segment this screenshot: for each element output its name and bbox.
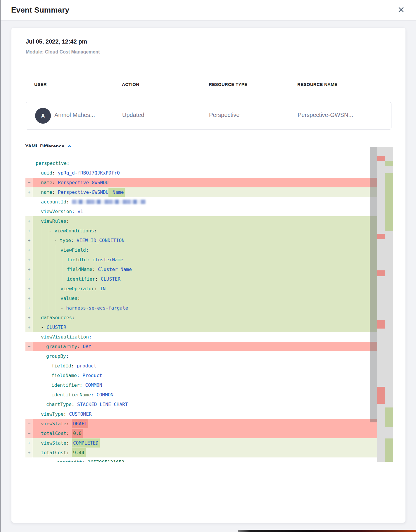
diff-line-sign: + [25, 322, 33, 332]
yaml-value-changed: COMPLETED [72, 438, 100, 448]
diff-line: groupBy: [25, 351, 377, 361]
diff-line-code: chartType: STACKED_LINE_CHART [33, 400, 377, 409]
yaml-colon: : [52, 180, 58, 185]
diff-line: identifier: COMMON [25, 380, 377, 390]
yaml-colon: : [66, 431, 72, 436]
diff-line: −granularity: DAY [25, 342, 377, 351]
diff-line-sign [25, 390, 33, 400]
yaml-value: 1657005121653 [88, 460, 124, 462]
diff-line-code: uuid: ypRq_d-fRBOJ7QJKxPDfrQ [33, 168, 377, 178]
diff-line: +- CLUSTER [25, 322, 377, 332]
diff-line: +values: [25, 293, 377, 303]
row-action: Updated [122, 112, 144, 118]
yaml-colon: : [77, 296, 83, 301]
diff-line-code: name: Perspective-GWSNDU_Name [33, 187, 377, 197]
diff-line-code: viewType: CUSTOMER [33, 409, 377, 419]
yaml-value: IN [100, 286, 106, 291]
avatar: A [35, 108, 51, 124]
yaml-value: clusterName [92, 257, 123, 262]
diff-line-code: - viewConditions: [33, 226, 377, 236]
diff-line-code: viewVersion: v1 [33, 207, 377, 216]
yaml-colon: : [77, 344, 83, 349]
diff-line-sign [25, 158, 33, 168]
minimap-added-mark [385, 407, 393, 427]
diff-line-sign [25, 400, 33, 409]
row-resource-name: Perspective-GWSN... [298, 112, 353, 118]
yaml-dash: - [54, 238, 60, 243]
diff-line: viewVisualization: [25, 332, 377, 342]
diff-minimap[interactable] [377, 147, 393, 462]
diff-line: accountId: [25, 197, 377, 207]
yaml-colon: : [66, 450, 72, 455]
diff-line-code: values: [33, 293, 377, 303]
diff-line: uuid: ypRq_d-fRBOJ7QJKxPDfrQ [25, 168, 377, 178]
yaml-value: harness-se-ecs-fargate [66, 305, 128, 311]
yaml-value: COMMON [85, 382, 102, 388]
yaml-colon: : [71, 238, 77, 243]
diff-line-code: fieldId: product [33, 361, 377, 371]
diff-line: +totalCost: 9.44 [25, 448, 377, 457]
diff-line-sign [25, 380, 33, 390]
diff-line-sign [25, 197, 33, 207]
diff-line-sign: + [25, 438, 33, 448]
yaml-key: uuid [41, 170, 52, 176]
diff-line-sign: + [25, 216, 33, 226]
diff-line: +- type: VIEW_ID_CONDITION [25, 236, 377, 245]
diff-line-sign: + [25, 265, 33, 274]
diff-line: +viewRules: [25, 216, 377, 226]
diff-scrollbar-thumb[interactable] [370, 147, 377, 422]
minimap-removed-mark [377, 320, 385, 329]
close-button[interactable] [397, 6, 405, 15]
diff-line-sign: + [25, 236, 33, 245]
yaml-value: DAY [83, 344, 91, 349]
diff-line-code: perspective: [33, 158, 377, 168]
yaml-diff-viewer[interactable]: perspective: uuid: ypRq_d-fRBOJ7QJKxPDfr… [25, 147, 393, 462]
diff-line: identifierName: COMMON [25, 390, 377, 400]
yaml-key: viewVisualization [41, 334, 89, 340]
diff-line: +identifier: CLUSTER [25, 274, 377, 284]
diff-line-sign: + [25, 293, 33, 303]
diff-line: +viewField: [25, 245, 377, 255]
col-header-resource-type: RESOURCE TYPE [209, 82, 247, 87]
diff-line-code: name: Perspective-GWSNDU [33, 178, 377, 187]
minimap-added-mark [385, 438, 393, 462]
diff-line-code: groupBy: [33, 351, 377, 361]
minimap-removed-mark [377, 387, 385, 403]
drawer-header: Event Summary [1, 0, 416, 20]
diff-line-sign: + [25, 303, 33, 313]
diff-line-sign: + [25, 448, 33, 457]
yaml-key: viewState [41, 421, 66, 426]
yaml-dash: - [61, 305, 66, 311]
diff-line-sign: − [25, 342, 33, 351]
yaml-colon: : [82, 460, 88, 462]
diff-line-code: - CLUSTER [33, 322, 377, 332]
diff-line: +name: Perspective-GWSNDU_Name [25, 187, 377, 197]
diff-line-code: granularity: DAY [33, 342, 377, 351]
yaml-key: groupBy [46, 353, 66, 359]
yaml-dash: - [41, 324, 46, 330]
diff-line: createdAt: 1657005121653 [25, 457, 377, 462]
yaml-key: accountId [41, 199, 66, 205]
yaml-colon: : [71, 363, 77, 369]
yaml-key: fieldId [67, 257, 87, 262]
diff-line-sign [25, 207, 33, 216]
yaml-colon: : [66, 218, 72, 224]
yaml-colon: : [66, 199, 72, 205]
yaml-value: CUSTOMER [69, 411, 92, 417]
yaml-colon: : [86, 247, 92, 253]
page-title: Event Summary [11, 6, 69, 15]
diff-line-code: fieldName: Cluster Name [33, 265, 377, 274]
yaml-value-changed: DRAFT [72, 419, 88, 428]
diff-line-code: totalCost: 9.44 [33, 448, 377, 457]
yaml-key: identifier [67, 276, 95, 282]
diff-line-code: fieldId: clusterName [33, 255, 377, 265]
diff-line: chartType: STACKED_LINE_CHART [25, 400, 377, 409]
yaml-key: dataSources [41, 315, 72, 320]
yaml-key: fieldName [51, 373, 77, 378]
minimap-removed-mark [377, 270, 385, 276]
diff-line-sign [25, 361, 33, 371]
yaml-key: fieldName [67, 267, 92, 272]
diff-line-code: - type: VIEW_ID_CONDITION [33, 236, 377, 245]
diff-line-code: createdAt: 1657005121653 [33, 457, 377, 462]
diff-line-sign: + [25, 187, 33, 197]
